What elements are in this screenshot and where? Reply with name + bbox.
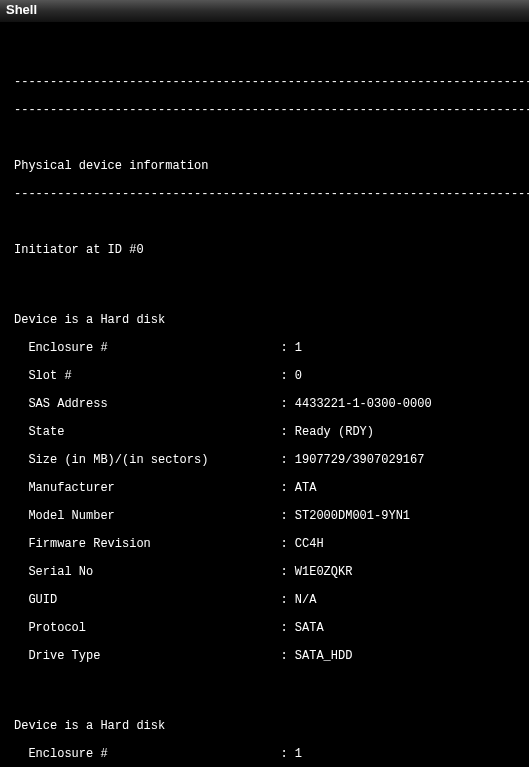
section-heading: Physical device information bbox=[14, 159, 515, 173]
hr-line: ----------------------------------------… bbox=[14, 75, 515, 89]
field-sep: : bbox=[280, 425, 294, 439]
hr-line: ----------------------------------------… bbox=[14, 103, 515, 117]
field-value: SATA_HDD bbox=[295, 649, 353, 663]
field-value: Ready (RDY) bbox=[295, 425, 374, 439]
field-value: 1 bbox=[295, 341, 302, 355]
table-row: SAS Address: 4433221-1-0300-0000 bbox=[14, 397, 515, 411]
field-label: Size (in MB)/(in sectors) bbox=[28, 453, 280, 467]
field-value: CC4H bbox=[295, 537, 324, 551]
field-sep: : bbox=[280, 397, 294, 411]
field-label: SAS Address bbox=[28, 397, 280, 411]
field-sep: : bbox=[280, 593, 294, 607]
field-label: Firmware Revision bbox=[28, 537, 280, 551]
field-sep: : bbox=[280, 509, 294, 523]
field-label: Manufacturer bbox=[28, 481, 280, 495]
table-row: Model Number: ST2000DM001-9YN1 bbox=[14, 509, 515, 523]
table-row: Protocol: SATA bbox=[14, 621, 515, 635]
terminal-output: ----------------------------------------… bbox=[0, 23, 529, 767]
field-value: 1 bbox=[295, 747, 302, 761]
field-label: Enclosure # bbox=[28, 747, 280, 761]
field-value: 4433221-1-0300-0000 bbox=[295, 397, 432, 411]
field-sep: : bbox=[280, 565, 294, 579]
hr-line: ----------------------------------------… bbox=[14, 187, 515, 201]
field-label: GUID bbox=[28, 593, 280, 607]
field-value: 1907729/3907029167 bbox=[295, 453, 425, 467]
window-title: Shell bbox=[6, 2, 37, 17]
table-row: Size (in MB)/(in sectors): 1907729/39070… bbox=[14, 453, 515, 467]
field-sep: : bbox=[280, 621, 294, 635]
device-heading: Device is a Hard disk bbox=[14, 719, 515, 733]
initiator-line: Initiator at ID #0 bbox=[14, 243, 515, 257]
field-label: Slot # bbox=[28, 369, 280, 383]
field-value: SATA bbox=[295, 621, 324, 635]
field-value: ST2000DM001-9YN1 bbox=[295, 509, 410, 523]
window-titlebar: Shell bbox=[0, 0, 529, 23]
table-row: State: Ready (RDY) bbox=[14, 425, 515, 439]
field-label: Enclosure # bbox=[28, 341, 280, 355]
field-sep: : bbox=[280, 481, 294, 495]
table-row: Serial No: W1E0ZQKR bbox=[14, 565, 515, 579]
field-value: W1E0ZQKR bbox=[295, 565, 353, 579]
field-value: N/A bbox=[295, 593, 317, 607]
field-sep: : bbox=[280, 369, 294, 383]
field-sep: : bbox=[280, 537, 294, 551]
table-row: Slot #: 0 bbox=[14, 369, 515, 383]
field-value: 0 bbox=[295, 369, 302, 383]
table-row: Enclosure #: 1 bbox=[14, 747, 515, 761]
table-row: Drive Type: SATA_HDD bbox=[14, 649, 515, 663]
table-row: Manufacturer: ATA bbox=[14, 481, 515, 495]
field-label: Serial No bbox=[28, 565, 280, 579]
field-sep: : bbox=[280, 453, 294, 467]
table-row: Enclosure #: 1 bbox=[14, 341, 515, 355]
device-heading: Device is a Hard disk bbox=[14, 313, 515, 327]
field-label: Drive Type bbox=[28, 649, 280, 663]
field-sep: : bbox=[280, 649, 294, 663]
field-sep: : bbox=[280, 747, 294, 761]
field-label: Protocol bbox=[28, 621, 280, 635]
table-row: GUID: N/A bbox=[14, 593, 515, 607]
table-row: Firmware Revision: CC4H bbox=[14, 537, 515, 551]
field-label: Model Number bbox=[28, 509, 280, 523]
field-label: State bbox=[28, 425, 280, 439]
field-value: ATA bbox=[295, 481, 317, 495]
field-sep: : bbox=[280, 341, 294, 355]
